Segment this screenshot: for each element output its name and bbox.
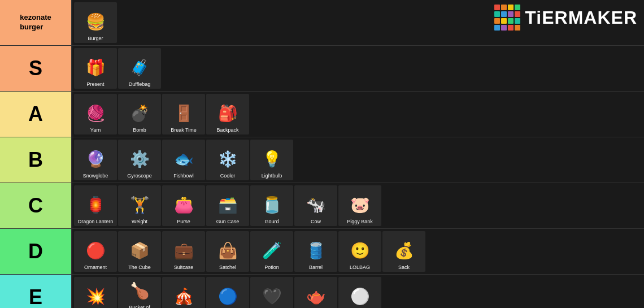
item-icon-reinforced-sack: 🎪 <box>170 283 197 308</box>
tier-label-burger: kezonate burger <box>0 0 72 45</box>
item-icon-sack: 💰 <box>390 237 417 264</box>
item-icon-explosive-barrel: 💥 <box>82 283 109 308</box>
item-bucket-of-chicken[interactable]: 🍗Bucket of Chicken <box>118 277 161 308</box>
item-weight[interactable]: 🏋️Weight <box>118 185 161 226</box>
tier-label-C: C <box>0 183 72 228</box>
item-icon-backpack: 🎒 <box>214 99 241 127</box>
item-purse[interactable]: 👛Purse <box>162 185 205 226</box>
item-icon-dragon-lantern: 🏮 <box>82 191 109 218</box>
tier-row-B: B🔮Snowglobe⚙️Gyroscope🐟Fishbowl❄️Cooler💡… <box>0 137 644 183</box>
logo-cell-8 <box>494 18 500 24</box>
item-label-weight: Weight <box>132 219 147 225</box>
item-label-cooler: Cooler <box>220 173 236 179</box>
item-icon-the-cube: 📦 <box>126 237 153 264</box>
tier-items-E: 💥Explosive Barrel🍗Bucket of Chicken🎪Rein… <box>72 275 644 308</box>
item-label-ornament: Ornament <box>84 265 107 271</box>
item-present[interactable]: 🎁Present <box>74 48 117 89</box>
tier-items-D: 🔴Ornament📦The Cube💼Suitcase👜Satchel🧪Poti… <box>72 229 644 274</box>
tier-row-S: S🎁Present🧳Dufflebag <box>0 46 644 92</box>
item-dufflebag[interactable]: 🧳Dufflebag <box>118 48 161 89</box>
item-break-time[interactable]: 🚪Break Time <box>162 94 205 135</box>
item-gumball-machine[interactable]: 🔵Gumball Machine <box>206 277 249 308</box>
tier-row-E: E💥Explosive Barrel🍗Bucket of Chicken🎪Rei… <box>0 275 644 308</box>
item-label-lightbulb: Lightbulb <box>262 173 282 179</box>
logo-cell-7 <box>515 11 520 17</box>
tier-items-A: 🧶Yarn💣Bomb🚪Break Time🎒Backpack <box>72 92 644 137</box>
tier-list: kezonate burger🍔BurgerS🎁Present🧳Duffleba… <box>0 0 644 308</box>
item-explosive-barrel[interactable]: 💥Explosive Barrel <box>74 277 117 308</box>
item-sack[interactable]: 💰Sack <box>382 231 425 272</box>
item-icon-weight: 🏋️ <box>126 191 153 218</box>
tier-items-B: 🔮Snowglobe⚙️Gyroscope🐟Fishbowl❄️Cooler💡L… <box>72 137 644 183</box>
item-icon-cow: 🐄 <box>302 191 329 218</box>
item-the-cube[interactable]: 📦The Cube <box>118 231 161 272</box>
item-backpack[interactable]: 🎒Backpack <box>206 94 249 135</box>
item-label-purse: Purse <box>177 219 190 225</box>
item-bomb[interactable]: 💣Bomb <box>118 94 161 135</box>
item-icon-garbage-bag: 🖤 <box>258 283 285 308</box>
item-lightbulb[interactable]: 💡Lightbulb <box>250 140 293 180</box>
item-label-present: Present <box>86 82 104 88</box>
item-burger[interactable]: 🍔Burger <box>74 2 117 43</box>
item-label-cow: Cow <box>311 219 321 225</box>
logo-cell-3 <box>515 5 520 10</box>
item-label-bomb: Bomb <box>133 128 146 133</box>
logo-cell-5 <box>501 11 507 17</box>
item-icon-gourd: 🫙 <box>258 191 285 218</box>
item-potion[interactable]: 🧪Potion <box>250 231 293 272</box>
item-icon-cooler: ❄️ <box>214 145 241 172</box>
item-icon-bomb: 💣 <box>126 99 153 127</box>
tier-row-C: C🏮Dragon Lantern🏋️Weight👛Purse🗃️Gun Case… <box>0 183 644 229</box>
tier-label-E: E <box>0 275 72 308</box>
logo-grid <box>494 5 520 31</box>
item-suitcase[interactable]: 💼Suitcase <box>162 231 205 272</box>
logo-cell-1 <box>501 5 507 10</box>
item-icon-satchel: 👜 <box>214 237 241 264</box>
item-icon-snowglobe: 🔮 <box>82 145 109 172</box>
item-icon-mug-of-tea: 🫖 <box>302 283 329 308</box>
logo-cell-13 <box>501 25 507 31</box>
item-gun-case[interactable]: 🗃️Gun Case <box>206 185 249 226</box>
item-label-piggy-bank: Piggy Bank <box>347 219 373 225</box>
item-icon-present: 🎁 <box>82 54 109 81</box>
item-label-lolbag: LOLBAG <box>350 265 370 271</box>
item-snowglobe[interactable]: 🔮Snowglobe <box>74 140 117 180</box>
tier-label-S: S <box>0 46 72 91</box>
item-label-sack: Sack <box>398 265 410 271</box>
item-gyroscope[interactable]: ⚙️Gyroscope <box>118 140 161 180</box>
item-piggy-bank[interactable]: 🐷Piggy Bank <box>338 185 381 226</box>
tier-label-B: B <box>0 137 72 183</box>
tier-items-S: 🎁Present🧳Dufflebag <box>72 46 644 91</box>
item-mooring-buoy[interactable]: ⚪Mooring Buoy <box>338 277 381 308</box>
item-cooler[interactable]: ❄️Cooler <box>206 140 249 180</box>
tier-row-D: D🔴Ornament📦The Cube💼Suitcase👜Satchel🧪Pot… <box>0 229 644 275</box>
logo-cell-15 <box>515 25 520 31</box>
logo-cell-14 <box>508 25 514 31</box>
tier-row-A: A🧶Yarn💣Bomb🚪Break Time🎒Backpack <box>0 92 644 137</box>
logo-cell-9 <box>501 18 507 24</box>
item-icon-suitcase: 💼 <box>170 237 197 264</box>
item-dragon-lantern[interactable]: 🏮Dragon Lantern <box>74 185 117 226</box>
item-barrel[interactable]: 🛢️Barrel <box>294 231 337 272</box>
item-label-barrel: Barrel <box>309 265 323 271</box>
item-icon-piggy-bank: 🐷 <box>346 191 373 218</box>
item-label-fishbowl: Fishbowl <box>173 173 194 179</box>
item-mug-of-tea[interactable]: 🫖Mug of Tea <box>294 277 337 308</box>
item-reinforced-sack[interactable]: 🎪Reinforced Sack <box>162 277 205 308</box>
logo-cell-4 <box>494 11 500 17</box>
item-gourd[interactable]: 🫙Gourd <box>250 185 293 226</box>
item-satchel[interactable]: 👜Satchel <box>206 231 249 272</box>
item-label-yarn: Yarn <box>90 128 101 133</box>
item-lolbag[interactable]: 🙂LOLBAG <box>338 231 381 272</box>
logo-cell-11 <box>515 18 520 24</box>
item-label-the-cube: The Cube <box>128 265 151 271</box>
item-icon-lightbulb: 💡 <box>258 145 285 172</box>
item-cow[interactable]: 🐄Cow <box>294 185 337 226</box>
item-garbage-bag[interactable]: 🖤Garbage Bag <box>250 277 293 308</box>
item-yarn[interactable]: 🧶Yarn <box>74 94 117 135</box>
item-ornament[interactable]: 🔴Ornament <box>74 231 117 272</box>
item-icon-ornament: 🔴 <box>82 237 109 264</box>
item-icon-gun-case: 🗃️ <box>214 191 241 218</box>
item-label-dragon-lantern: Dragon Lantern <box>78 219 114 225</box>
item-fishbowl[interactable]: 🐟Fishbowl <box>162 140 205 180</box>
